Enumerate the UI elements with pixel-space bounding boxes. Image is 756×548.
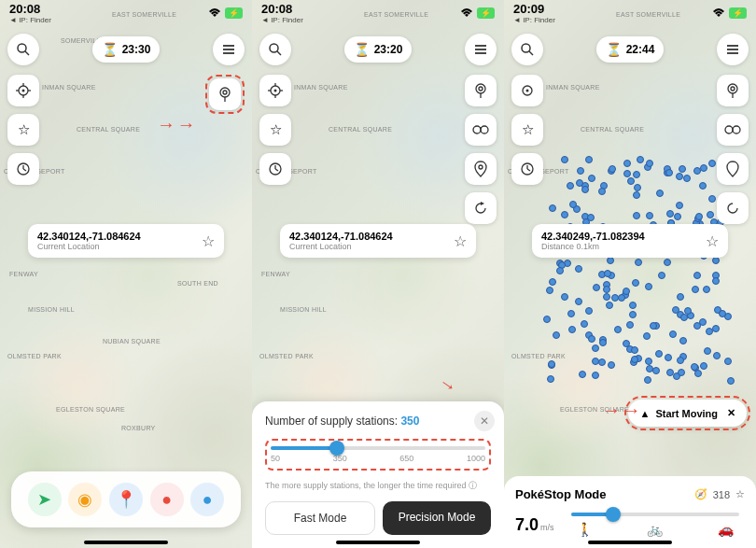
location-card[interactable]: 42.340124,-71.084624 Current Location ☆ bbox=[28, 224, 224, 258]
walk-icon[interactable]: 🚶 bbox=[577, 522, 593, 537]
annotation-arrow: → → bbox=[602, 400, 639, 421]
star-icon[interactable]: ☆ bbox=[706, 232, 719, 250]
precision-mode-button[interactable]: Precision Mode bbox=[383, 501, 491, 535]
timer-pill[interactable]: ⏳ 23:30 bbox=[92, 36, 161, 63]
dock-pin[interactable]: 📍 bbox=[109, 483, 143, 516]
pokestop-cluster: document.write(Array.from({length:180},(… bbox=[541, 154, 737, 387]
binoculars-button[interactable] bbox=[465, 114, 497, 146]
home-indicator[interactable] bbox=[84, 541, 168, 544]
favorites-button[interactable]: ☆ bbox=[259, 114, 291, 146]
wifi-icon bbox=[207, 7, 222, 19]
back-app[interactable]: ◄ IP: Finder bbox=[261, 16, 303, 24]
wifi-icon bbox=[711, 7, 726, 19]
menu-button[interactable] bbox=[213, 34, 245, 65]
panel-title: PokéStop Mode bbox=[515, 487, 607, 501]
location-card[interactable]: 42.340124,-71.084624 Current Location ☆ bbox=[280, 224, 476, 258]
dock-marker[interactable]: ● bbox=[190, 483, 224, 516]
pokestop-button[interactable] bbox=[465, 75, 497, 106]
timer-value: 23:30 bbox=[122, 43, 151, 56]
battery-icon: ⚡ bbox=[477, 7, 495, 19]
pin-button[interactable] bbox=[465, 153, 497, 185]
back-app[interactable]: ◄ IP: Finder bbox=[9, 16, 51, 24]
pokestop-button[interactable] bbox=[209, 78, 241, 110]
favorites-button[interactable]: ☆ bbox=[511, 114, 543, 146]
refresh-button[interactable] bbox=[465, 192, 497, 224]
close-icon[interactable]: ✕ bbox=[727, 407, 735, 419]
battery-icon: ⚡ bbox=[225, 7, 243, 19]
binoculars-button[interactable] bbox=[717, 114, 749, 146]
svg-point-44 bbox=[526, 90, 529, 92]
car-icon[interactable]: 🚗 bbox=[718, 522, 734, 537]
dock-navigate[interactable]: ➤ bbox=[28, 483, 62, 516]
pin-button[interactable] bbox=[717, 153, 749, 185]
hourglass-icon: ⏳ bbox=[606, 42, 622, 57]
menu-button[interactable] bbox=[717, 34, 749, 65]
location-card[interactable]: 42.340249,-71.082394 Distance 0.1km ☆ bbox=[532, 224, 728, 258]
menu-button[interactable] bbox=[465, 34, 497, 65]
star-icon[interactable]: ☆ bbox=[202, 232, 215, 250]
home-indicator[interactable] bbox=[336, 541, 420, 544]
search-button[interactable] bbox=[7, 34, 39, 65]
start-moving-button[interactable]: ▲ Start Moving ✕ bbox=[628, 400, 747, 427]
status-icons: ⚡ bbox=[207, 7, 243, 19]
dock-person[interactable]: ● bbox=[150, 483, 184, 516]
speed-display: 7.0 m/s bbox=[515, 515, 554, 535]
favorites-button[interactable]: ☆ bbox=[7, 114, 39, 146]
status-bar: 20:08 ◄ IP: Finder ⚡ bbox=[0, 0, 252, 26]
wifi-icon bbox=[459, 7, 474, 19]
status-icons: ⚡ bbox=[711, 7, 747, 19]
locate-button[interactable] bbox=[7, 75, 39, 106]
svg-point-6 bbox=[22, 90, 25, 92]
back-app[interactable]: ◄ IP: Finder bbox=[513, 16, 555, 24]
hourglass-icon: ⏳ bbox=[354, 42, 370, 57]
clock: 20:08 bbox=[9, 2, 51, 16]
timer-pill[interactable]: ⏳ 23:20 bbox=[344, 36, 413, 63]
svg-point-38 bbox=[522, 44, 530, 52]
svg-line-47 bbox=[527, 169, 530, 171]
history-button[interactable] bbox=[7, 153, 39, 185]
supply-slider[interactable]: 50 350 650 1000 bbox=[265, 439, 491, 471]
svg-point-32 bbox=[479, 87, 483, 91]
speed-slider[interactable]: 🚶 🚲 🚗 bbox=[566, 513, 745, 537]
search-button[interactable] bbox=[259, 34, 291, 65]
home-indicator[interactable] bbox=[588, 541, 672, 544]
svg-point-34 bbox=[473, 126, 481, 133]
svg-line-39 bbox=[529, 51, 533, 55]
bike-icon[interactable]: 🚲 bbox=[647, 522, 663, 537]
star-icon[interactable]: ☆ bbox=[454, 232, 467, 250]
info-icon[interactable]: ⓘ bbox=[469, 481, 477, 490]
play-icon: ▲ bbox=[639, 408, 650, 419]
locate-button[interactable] bbox=[511, 75, 543, 106]
svg-line-1 bbox=[25, 51, 29, 55]
star-icon[interactable]: ☆ bbox=[735, 488, 745, 500]
coordinates: 42.340124,-71.084624 bbox=[37, 231, 192, 242]
history-button[interactable] bbox=[259, 153, 291, 185]
search-button[interactable] bbox=[511, 34, 543, 65]
svg-point-37 bbox=[479, 165, 483, 169]
coordinates: 42.340249,-71.082394 bbox=[541, 231, 696, 242]
pokestop-button[interactable] bbox=[717, 75, 749, 106]
locate-button[interactable] bbox=[259, 75, 291, 106]
status-bar: 20:09 ◄ IP: Finder ⚡ bbox=[504, 0, 756, 26]
dock-radar[interactable]: ◉ bbox=[68, 483, 102, 516]
timer-value: 22:44 bbox=[626, 43, 655, 56]
clock: 20:09 bbox=[513, 2, 555, 16]
svg-point-51 bbox=[725, 126, 733, 133]
history-button[interactable] bbox=[511, 153, 543, 185]
screen-2: EAST SOMERVILLE INMAN SQUARE CENTRAL SQU… bbox=[252, 0, 504, 548]
fast-mode-button[interactable]: Fast Mode bbox=[265, 501, 375, 535]
screen-3: EAST SOMERVILLE INMAN SQUARE CENTRAL SQU… bbox=[504, 0, 756, 548]
svg-point-23 bbox=[274, 90, 277, 92]
bottom-dock: ➤ ◉ 📍 ● ● bbox=[11, 471, 241, 527]
sheet-title: Number of supply stations: 350 bbox=[265, 415, 491, 428]
svg-point-15 bbox=[223, 91, 227, 94]
location-sub: Distance 0.1km bbox=[541, 242, 696, 251]
refresh-button[interactable] bbox=[717, 192, 749, 224]
close-button[interactable]: ✕ bbox=[474, 411, 495, 431]
sheet-hint: The more supply stations, the longer the… bbox=[265, 480, 491, 492]
location-sub: Current Location bbox=[289, 242, 444, 251]
coordinates: 42.340124,-71.084624 bbox=[289, 231, 444, 242]
svg-line-30 bbox=[275, 169, 278, 171]
supply-sheet: ✕ Number of supply stations: 350 50 350 … bbox=[252, 401, 504, 548]
timer-pill[interactable]: ⏳ 22:44 bbox=[596, 36, 665, 63]
